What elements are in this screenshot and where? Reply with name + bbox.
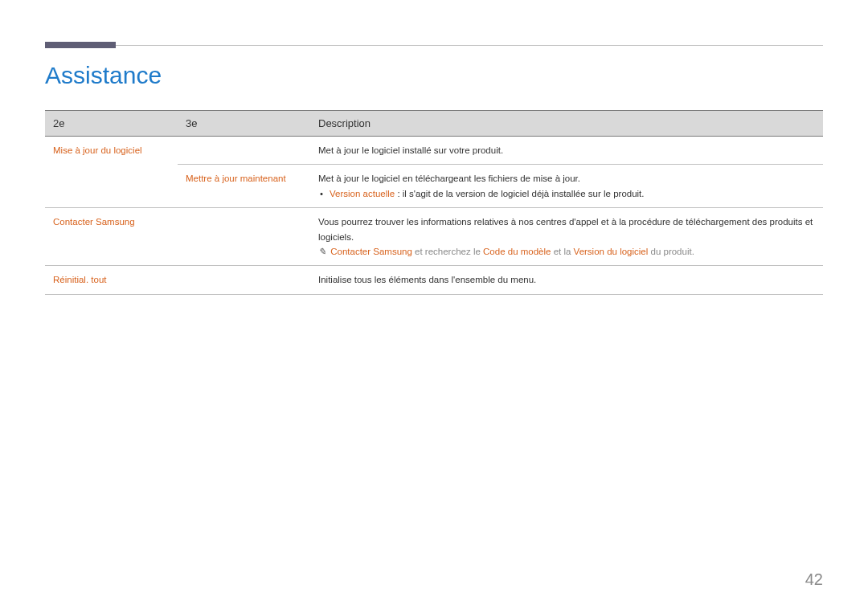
cell-desc-reset: Initialise tous les éléments dans l'ense… (310, 266, 823, 294)
cell-desc-contact: Vous pourrez trouver les informations re… (310, 208, 823, 266)
note-gray-1: et recherchez le (412, 247, 483, 256)
note-orange-1: Contacter Samsung (330, 247, 412, 256)
cell-2e-reset: Réinitial. tout (45, 266, 178, 294)
note-gray-2: et la (551, 247, 573, 256)
bullet-bold: Version actuelle (330, 189, 395, 198)
table-row: Mise à jour du logiciel Met à jour le lo… (45, 137, 823, 165)
desc-note: ✎ Contacter Samsung et recherchez le Cod… (318, 244, 815, 259)
cell-3e-empty (178, 266, 310, 294)
table-row: Contacter Samsung Vous pourrez trouver l… (45, 208, 823, 266)
table-header-row: 2e 3e Description (45, 111, 823, 137)
cell-3e-update-now: Mettre à jour maintenant (178, 165, 310, 208)
header-description: Description (310, 111, 823, 137)
header-accent-bar (45, 42, 116, 48)
cell-2e-contact: Contacter Samsung (45, 208, 178, 266)
cell-2e-software-update: Mise à jour du logiciel (45, 137, 178, 208)
assistance-table: 2e 3e Description Mise à jour du logicie… (45, 110, 823, 295)
page-title: Assistance (45, 62, 823, 89)
cell-desc-update-now: Met à jour le logiciel en téléchargeant … (310, 165, 823, 208)
bullet-rest: : il s'agit de la version de logiciel dé… (395, 189, 644, 198)
cell-desc-software-update: Met à jour le logiciel installé sur votr… (310, 137, 823, 165)
desc-line: Met à jour le logiciel en téléchargeant … (318, 171, 815, 186)
header-2e: 2e (45, 111, 178, 137)
note-gray-3: du produit. (648, 247, 694, 256)
note-orange-3: Version du logiciel (574, 247, 649, 256)
note-orange-2: Code du modèle (483, 247, 551, 256)
desc-line: Vous pourrez trouver les informations re… (318, 215, 815, 244)
cell-3e-empty (178, 208, 310, 266)
pen-icon: ✎ (318, 244, 328, 259)
header-3e: 3e (178, 111, 310, 137)
document-page: Assistance 2e 3e Description Mise à jour… (0, 0, 868, 295)
desc-bullet: Version actuelle : il s'agit de la versi… (318, 186, 815, 201)
page-number: 42 (805, 570, 823, 589)
table-row: Réinitial. tout Initialise tous les élém… (45, 266, 823, 294)
header-divider (45, 45, 823, 46)
cell-3e-empty (178, 137, 310, 165)
